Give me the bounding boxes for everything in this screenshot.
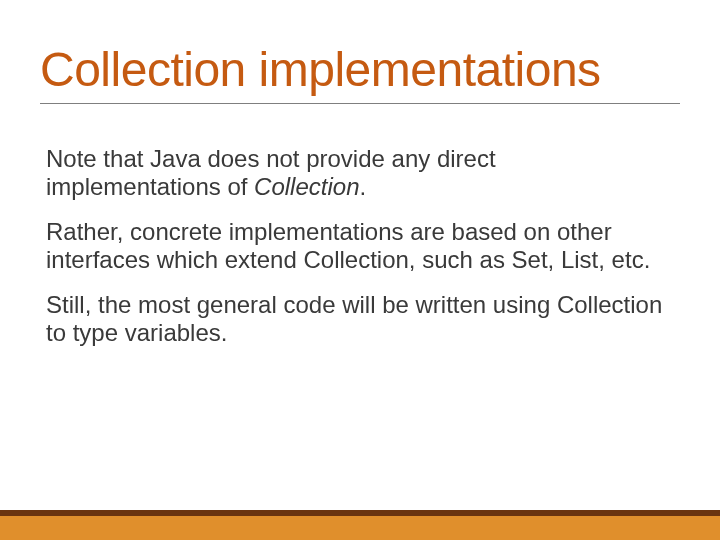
slide: Collection implementations Note that Jav… xyxy=(0,0,720,540)
p1-text-italic: Collection xyxy=(254,173,359,200)
paragraph-2: Rather, concrete implementations are bas… xyxy=(46,218,674,273)
footer-stripe-orange xyxy=(0,516,720,540)
paragraph-3: Still, the most general code will be wri… xyxy=(46,291,674,346)
slide-body: Note that Java does not provide any dire… xyxy=(46,145,674,365)
slide-title: Collection implementations xyxy=(40,42,680,104)
p1-text-c: . xyxy=(360,173,367,200)
paragraph-1: Note that Java does not provide any dire… xyxy=(46,145,674,200)
